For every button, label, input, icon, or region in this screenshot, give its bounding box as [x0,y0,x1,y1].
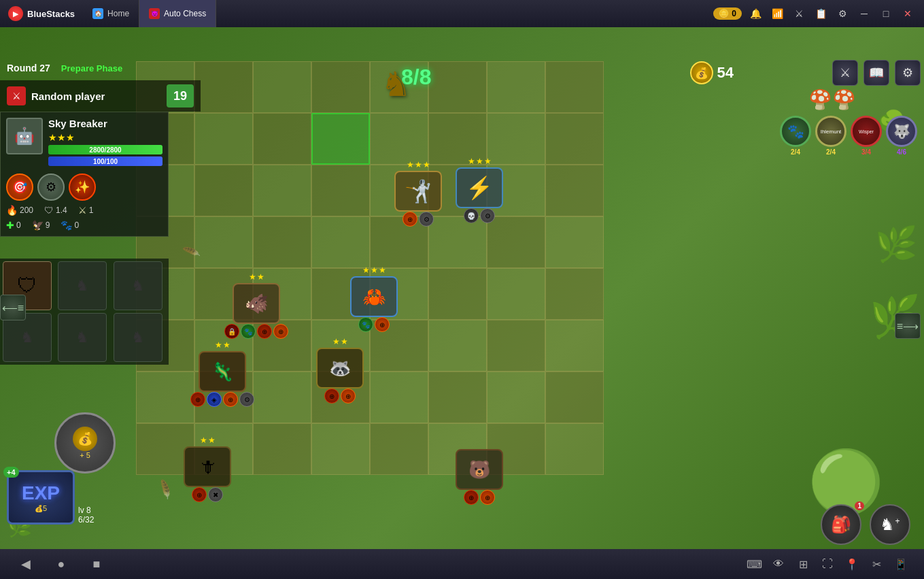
piece-row2-col4[interactable]: ★★★ 🤺 ⊕ ⚙ [394,160,442,227]
cell-4-4[interactable] [311,216,370,268]
ability-icon-3[interactable]: ✨ [69,173,96,201]
settings-icon[interactable]: ⚙ [834,5,851,22]
cell-8-4[interactable] [311,423,370,475]
tab-home[interactable]: 🏠 Home [83,0,139,27]
exp-button[interactable]: +4 EXP 💰5 [7,470,75,525]
cell-5-8[interactable] [545,268,604,320]
piece-row5-col2[interactable]: ★★ 🦎 ⊕ ◈ ⊕ ⚙ [190,340,254,407]
cell-8-8[interactable] [545,423,604,475]
item-slot-2[interactable]: ♞ [58,261,107,310]
cell-2-8[interactable] [545,113,604,165]
cell-5-6[interactable] [428,268,487,320]
piece-icons-2: 💀 ⚙ [464,208,495,223]
fullscreen-icon[interactable]: ⛶ [818,555,837,574]
ability-icon-1[interactable]: 🎯 [6,173,33,201]
cell-7-7[interactable] [487,371,545,423]
cell-2-5[interactable] [370,113,428,165]
cell-4-7[interactable] [487,216,545,268]
avatar-item-4[interactable]: 🐺 4/6 [886,116,917,156]
home-button[interactable]: ● [49,555,73,574]
cell-6-8[interactable] [545,320,604,371]
picon-o5: ⊕ [480,490,495,505]
cell-7-6[interactable] [428,371,487,423]
cell-7-3[interactable] [253,371,311,423]
maximize-button[interactable]: □ [878,5,894,22]
cell-5-7[interactable] [487,268,545,320]
tab-game[interactable]: 😈 Auto Chess [139,0,216,27]
cell-8-5[interactable] [370,423,428,475]
bluestacks-logo: ▶ BlueStacks [0,6,83,21]
synergy-counts-4: 4/6 [897,148,906,156]
cell-3-3[interactable] [253,165,311,216]
add-knight-button[interactable]: ♞+ [870,504,910,545]
picon-g1: 🐾 [241,324,256,339]
sword-icon[interactable]: ⚔ [791,5,807,22]
cell-6-6[interactable] [428,320,487,371]
scissors-icon[interactable]: ✂ [867,555,886,574]
notes-icon[interactable]: 📋 [812,5,829,22]
piece-stars: ★★★ [407,160,430,169]
item-slot-5[interactable]: ♞ [58,313,107,362]
display-icon[interactable]: ⊞ [793,555,812,574]
right-panel-icon[interactable]: ≡⟶ [895,313,921,339]
piece-row2-col5[interactable]: ★★★ ⚡ 💀 ⚙ [456,156,503,223]
notification-icon[interactable]: 🔔 [747,5,764,22]
avatar-item-3[interactable]: Wisper 3/4 [851,116,882,156]
player-icon: ⚔ [7,86,26,105]
cell-6-7[interactable] [487,320,545,371]
ability-icon-2[interactable]: ⚙ [37,173,65,201]
location-icon[interactable]: 📍 [842,555,861,574]
avatar-item-1[interactable]: 🐾 2/4 [780,116,811,156]
left-side-button[interactable]: ⟵≡ [0,295,26,320]
right-panel-button[interactable]: ≡⟶ [895,313,921,339]
cell-4-3[interactable] [253,216,311,268]
gold-button[interactable]: 💰 + 5 [54,412,116,474]
cell-3-2[interactable] [194,165,253,216]
avatar-item-2[interactable]: Ihlemunt 2/4 [815,116,846,156]
eye-icon[interactable]: 👁 [769,555,788,574]
cell-7-5[interactable] [370,371,428,423]
cell-2-3[interactable] [253,113,311,165]
minimize-button[interactable]: ─ [856,5,872,22]
synergy-counts-3: 3/4 [861,148,871,156]
cell-7-8[interactable] [545,371,604,423]
recent-button[interactable]: ■ [84,555,109,574]
book-icon-button[interactable]: 📖 [863,60,889,86]
cell-8-3[interactable] [253,423,311,475]
p2-name: Wisper [859,129,874,134]
battle-icon-button[interactable]: ⚔ [832,60,858,86]
player-icon-symbol: ⚔ [12,90,21,101]
piece-row4-col2[interactable]: ★★ 🐗 🔒 🐾 ⊕ ⊕ [224,272,288,339]
picon-r4: ⊕ [192,487,207,502]
piece-row5-col4[interactable]: ★★ 🦝 ⊕ ⊕ [316,337,364,403]
cell-4-8[interactable] [545,216,604,268]
bottom-right-buttons: 🎒 1 ♞+ [821,504,910,545]
keyboard-icon[interactable]: ⌨ [745,555,764,574]
item-slot-3[interactable]: ♞ [114,261,162,310]
cell-7-1[interactable] [136,371,194,423]
cell-4-2[interactable] [194,216,253,268]
coin-count: 0 [732,9,736,18]
phone-icon[interactable]: 📱 [891,555,910,574]
piece-row7-col2[interactable]: ★★ 🗡 ⊕ ✖ [184,435,231,502]
piece-row7-col5[interactable]: 🐻 ⊕ ⊕ [456,449,503,505]
piece-icons-5: ⊕ ◈ ⊕ ⚙ [190,392,254,407]
settings-icon-button[interactable]: ⚙ [895,60,921,86]
cell-2-2[interactable] [194,113,253,165]
piece-row4-col4[interactable]: ★★★ 🦀 🐾 ⊕ [350,265,398,332]
cell-3-8[interactable] [545,165,604,216]
cell-3-4[interactable] [311,165,370,216]
exp-cost: 💰5 [35,504,47,512]
bag-button[interactable]: 🎒 1 [821,504,861,545]
avatar-paw: 🐾 [780,116,811,147]
player-name: Random player [31,90,161,102]
piece-stars-6: ★★ [332,337,348,346]
back-button[interactable]: ◀ [14,555,38,574]
armor-value: 1.4 [56,205,67,215]
mp-text: 100/100 [48,156,162,166]
close-button[interactable]: ✕ [900,5,916,22]
cell-2-4[interactable] [311,113,370,165]
side-btn-icon[interactable]: ⟵≡ [0,295,26,320]
item-slot-6[interactable]: ♞ [114,313,162,362]
mp-bar-container: 100/100 [48,156,162,166]
